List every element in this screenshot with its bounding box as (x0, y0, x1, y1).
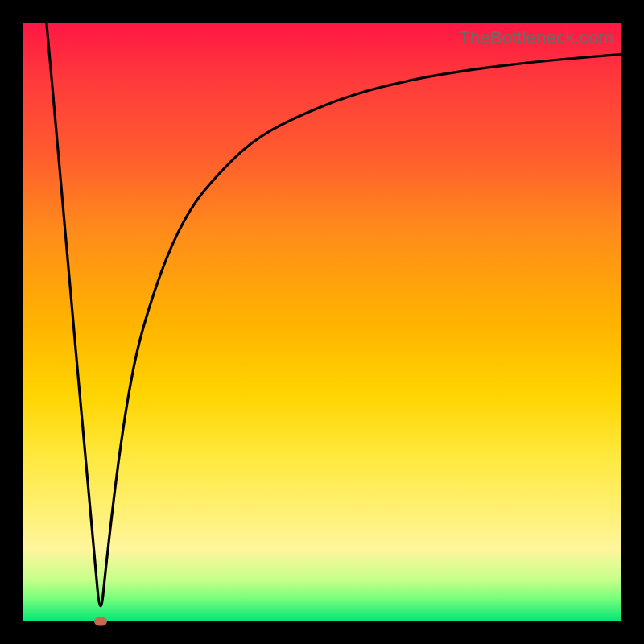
chart-frame: TheBottleneck.com (0, 0, 644, 644)
minimum-marker (94, 617, 107, 626)
plot-area: TheBottleneck.com (23, 23, 621, 621)
bottleneck-curve (23, 23, 621, 621)
